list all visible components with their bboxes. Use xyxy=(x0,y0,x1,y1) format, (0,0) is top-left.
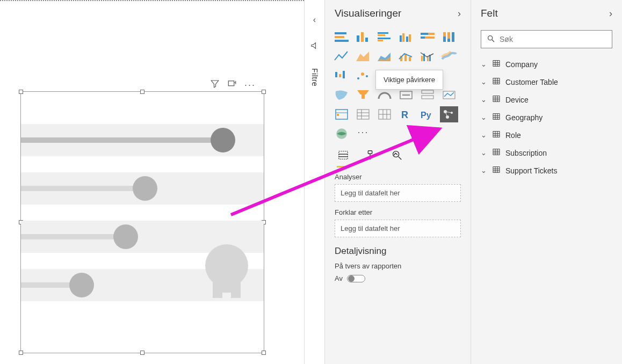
table-icon xyxy=(491,148,501,158)
line-chart-icon[interactable] xyxy=(332,48,351,64)
svg-text:R: R xyxy=(401,110,408,120)
svg-rect-31 xyxy=(335,72,337,77)
fields-pane: Felt › ⌄Company⌄Customer Table⌄Device⌄Ge… xyxy=(471,0,622,364)
toggle-off-label: Av xyxy=(335,274,343,282)
svg-rect-27 xyxy=(421,56,423,61)
ribbon-chart-icon[interactable] xyxy=(440,48,458,64)
field-table-name: Company xyxy=(505,60,538,69)
scatter-chart-icon[interactable] xyxy=(354,68,372,84)
fields-tab[interactable] xyxy=(337,149,350,168)
stacked-bar-chart-icon[interactable] xyxy=(332,29,351,45)
svg-rect-29 xyxy=(427,57,429,61)
svg-point-36 xyxy=(366,75,368,77)
svg-rect-14 xyxy=(409,34,411,42)
filters-pane-label: Filtre xyxy=(310,68,319,86)
svg-rect-76 xyxy=(493,78,500,84)
slicer-icon[interactable] xyxy=(332,106,351,122)
table-icon xyxy=(491,94,501,105)
line-clustered-column-icon[interactable] xyxy=(418,48,437,64)
svg-rect-7 xyxy=(378,32,388,34)
resize-handle[interactable] xyxy=(140,90,144,94)
svg-rect-0 xyxy=(228,81,234,86)
clustered-bar-chart-icon[interactable] xyxy=(375,29,394,45)
svg-rect-101 xyxy=(493,167,500,173)
import-custom-visual-icon[interactable]: ··· xyxy=(354,126,372,142)
waterfall-chart-icon[interactable] xyxy=(332,68,351,84)
field-table-name: Support Tickets xyxy=(505,166,558,175)
resize-handle[interactable] xyxy=(140,351,144,355)
svg-rect-86 xyxy=(493,114,500,120)
hundred-percent-bar-icon[interactable] xyxy=(418,29,437,45)
visual-placeholder[interactable] xyxy=(20,91,264,353)
chevron-right-icon[interactable]: › xyxy=(458,8,461,19)
visualizations-pane: Visualiseringer › xyxy=(324,0,471,364)
svg-rect-18 xyxy=(425,37,435,39)
svg-rect-62 xyxy=(339,151,348,159)
filters-pane-collapsed[interactable]: ‹ Filtre xyxy=(304,0,324,364)
field-table-item[interactable]: ⌄Customer Table xyxy=(476,74,617,90)
chevron-left-icon[interactable]: ‹ xyxy=(313,15,316,25)
svg-rect-20 xyxy=(443,32,446,37)
report-canvas[interactable]: ··· xyxy=(0,0,304,364)
svg-text:Py: Py xyxy=(421,111,431,120)
analytics-tab[interactable] xyxy=(390,149,403,168)
svg-rect-4 xyxy=(357,35,359,42)
format-tab[interactable] xyxy=(364,149,377,168)
field-table-item[interactable]: ⌄Geography xyxy=(476,109,617,126)
table-icon[interactable] xyxy=(354,106,372,122)
arcgis-map-icon[interactable] xyxy=(332,126,351,142)
svg-point-34 xyxy=(357,77,359,79)
key-influencers-icon[interactable] xyxy=(440,106,458,122)
svg-rect-91 xyxy=(493,132,500,137)
field-table-item[interactable]: ⌄Support Tickets xyxy=(476,162,617,179)
stacked-column-chart-icon[interactable] xyxy=(354,29,372,45)
resize-handle[interactable] xyxy=(19,351,23,355)
svg-rect-23 xyxy=(452,32,454,42)
line-stacked-column-icon[interactable] xyxy=(397,48,415,64)
svg-rect-42 xyxy=(443,91,455,99)
field-table-item[interactable]: ⌄Device xyxy=(476,91,617,108)
funnel-icon[interactable] xyxy=(354,87,372,103)
fields-search[interactable] xyxy=(481,30,612,48)
svg-rect-3 xyxy=(335,32,346,34)
matrix-icon[interactable] xyxy=(375,106,394,122)
svg-rect-10 xyxy=(378,40,383,41)
chevron-down-icon: ⌄ xyxy=(481,78,487,86)
filter-icon[interactable] xyxy=(210,79,220,90)
key-influencers-placeholder-graphic xyxy=(21,124,264,317)
svg-rect-16 xyxy=(428,33,435,35)
chevron-down-icon: ⌄ xyxy=(481,149,487,157)
fields-title: Felt xyxy=(481,8,498,19)
field-table-item[interactable]: ⌄Subscription xyxy=(476,144,617,161)
svg-rect-81 xyxy=(493,96,500,102)
filled-map-icon[interactable] xyxy=(332,87,351,103)
resize-handle[interactable] xyxy=(262,90,266,94)
r-visual-icon[interactable]: R xyxy=(397,106,415,122)
table-icon xyxy=(491,165,501,176)
stacked-area-chart-icon[interactable] xyxy=(375,48,394,64)
viz-tooltip: Viktige påvirkere xyxy=(375,70,443,90)
resize-handle[interactable] xyxy=(19,90,23,94)
field-table-item[interactable]: ⌄Company xyxy=(476,56,617,72)
svg-rect-40 xyxy=(422,90,433,93)
python-visual-icon[interactable]: Py xyxy=(418,106,437,122)
chevron-right-icon[interactable]: › xyxy=(609,8,612,19)
analyze-dropzone[interactable]: Legg til datafelt her xyxy=(335,184,461,202)
table-icon xyxy=(491,112,501,122)
svg-point-69 xyxy=(488,35,493,40)
resize-handle[interactable] xyxy=(262,351,266,355)
search-icon xyxy=(487,34,495,45)
focus-mode-icon[interactable] xyxy=(227,79,237,90)
field-table-item[interactable]: ⌄Role xyxy=(476,127,617,143)
announce-icon xyxy=(310,41,320,52)
svg-point-35 xyxy=(361,72,364,76)
hundred-percent-column-icon[interactable] xyxy=(440,29,458,45)
cross-report-toggle[interactable] xyxy=(347,275,365,282)
fields-table-list: ⌄Company⌄Customer Table⌄Device⌄Geography… xyxy=(471,54,622,181)
cross-report-label: På tvers av rapporten xyxy=(335,262,461,270)
clustered-column-chart-icon[interactable] xyxy=(397,29,415,45)
more-options-icon[interactable]: ··· xyxy=(244,82,256,88)
area-chart-icon[interactable] xyxy=(354,48,372,64)
explain-by-dropzone[interactable]: Legg til datafelt her xyxy=(335,220,461,237)
fields-search-input[interactable] xyxy=(500,35,606,43)
